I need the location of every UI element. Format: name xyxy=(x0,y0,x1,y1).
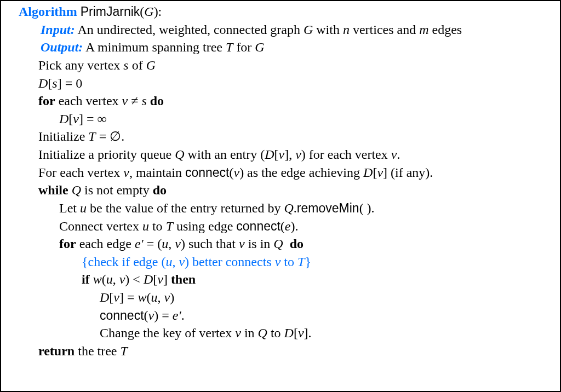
func-connect: connect xyxy=(236,219,280,233)
var-T: T xyxy=(121,344,128,358)
text: with an entry ( xyxy=(185,147,265,162)
input-keyword: Input: xyxy=(41,22,75,37)
code-line: Pick any vertex s of G xyxy=(19,56,560,74)
text: Connect vertex xyxy=(59,219,142,233)
text: ). xyxy=(291,219,299,233)
var-Q: Q xyxy=(284,201,294,215)
keyword-if: if xyxy=(82,272,90,286)
var-v: v xyxy=(235,326,241,340)
code-line: D[v] = w(u, v) xyxy=(19,289,560,307)
var-v: v xyxy=(123,165,129,180)
code-line: Initialize a priority queue Q with an en… xyxy=(19,146,560,164)
code-line: D[v] = ∞ xyxy=(19,110,560,128)
code-line: return the tree T xyxy=(19,342,560,360)
text: for xyxy=(233,40,255,54)
func-connect: connect xyxy=(100,308,144,322)
func-connect: connect xyxy=(185,165,230,180)
var-v: v xyxy=(148,308,154,322)
text: = xyxy=(124,290,138,304)
text: each vertex xyxy=(55,94,122,108)
code-line: Connect vertex u to T using edge connect… xyxy=(19,217,560,235)
output-keyword: Output: xyxy=(41,40,83,54)
var-T: T xyxy=(166,219,173,233)
bracket: ] xyxy=(304,326,308,340)
var-v: v xyxy=(122,94,128,108)
bracket: ] xyxy=(79,112,83,126)
text: ) = xyxy=(154,308,173,322)
var-Q: Q xyxy=(175,147,184,162)
var-Q: Q xyxy=(273,237,283,251)
var-u: u xyxy=(142,219,149,233)
text: Let xyxy=(59,201,80,215)
var-w: w xyxy=(138,290,147,304)
text: ) < xyxy=(125,272,144,286)
text: Pick any vertex xyxy=(38,58,123,72)
text: ) xyxy=(170,290,174,304)
var-w: w xyxy=(90,272,102,286)
bracket: [ xyxy=(294,326,298,340)
text: = ( xyxy=(144,237,162,251)
text: ( ). xyxy=(359,201,375,215)
code-line: for each vertex v ≠ s do xyxy=(19,92,560,110)
code-line: Change the key of vertex v in Q to D[v]. xyxy=(19,324,560,342)
code-line: if w(u, v) < D[v] then xyxy=(19,270,560,289)
bracket: ] xyxy=(119,290,124,304)
text: is in xyxy=(245,237,274,251)
text: ) such that xyxy=(181,237,239,251)
text: ) better connects xyxy=(185,255,275,269)
var-m: m xyxy=(419,22,428,37)
text: , xyxy=(289,147,295,162)
code-line: For each vertex v, maintain connect(v) a… xyxy=(19,164,560,182)
text: , xyxy=(172,255,179,269)
var-n: n xyxy=(343,22,350,37)
text: , xyxy=(113,272,119,286)
text: to xyxy=(267,326,284,340)
var-v: v xyxy=(239,237,245,251)
var-T: T xyxy=(297,255,305,269)
var-v: v xyxy=(73,112,79,126)
text: , maintain xyxy=(129,165,185,180)
text: . xyxy=(308,326,312,340)
text: ( xyxy=(280,219,285,233)
var-u: u xyxy=(162,237,168,251)
var-v: v xyxy=(164,290,170,304)
comment-line: {check if edge (u, v) better connects v … xyxy=(19,253,560,271)
var-eprime: e′ xyxy=(173,308,181,322)
text: {check if edge ( xyxy=(82,255,165,269)
bracket: ] xyxy=(163,272,168,286)
var-u: u xyxy=(106,272,113,286)
var-v: v xyxy=(179,255,185,269)
var-v: v xyxy=(377,165,383,180)
var-s: s xyxy=(141,94,146,108)
text: Initialize xyxy=(38,129,88,143)
var-Q: Q xyxy=(68,183,81,197)
text: = 0 xyxy=(62,76,83,90)
text: with xyxy=(313,22,343,37)
var-u: u xyxy=(151,290,158,304)
text: (if any). xyxy=(387,165,433,180)
text: A minimum spanning tree xyxy=(83,40,226,54)
var-v: v xyxy=(233,165,239,180)
text: ( xyxy=(144,308,148,322)
text: , xyxy=(158,290,164,304)
text: vertices and xyxy=(350,22,419,37)
var-u: u xyxy=(80,201,87,215)
text: ( xyxy=(147,290,151,304)
text: to xyxy=(280,255,297,269)
text: , xyxy=(168,237,175,251)
keyword-while: while xyxy=(38,183,68,197)
text: ( xyxy=(102,272,106,286)
keyword-then: then xyxy=(168,272,196,286)
keyword-return: return xyxy=(38,344,75,358)
var-D: D xyxy=(284,326,294,340)
code-line: for each edge e′ = (u, v) such that v is… xyxy=(19,235,560,253)
keyword-do: do xyxy=(153,183,167,197)
var-D: D xyxy=(59,112,68,126)
var-e: e xyxy=(285,219,291,233)
input-line: Input: An undirected, weighted, connecte… xyxy=(19,21,560,39)
algorithm-keyword: Algorithm xyxy=(19,4,77,19)
text: For each vertex xyxy=(38,165,123,180)
text: each edge xyxy=(76,237,135,251)
output-line: Output: A minimum spanning tree T for G xyxy=(19,38,560,56)
var-v: v xyxy=(113,290,119,304)
